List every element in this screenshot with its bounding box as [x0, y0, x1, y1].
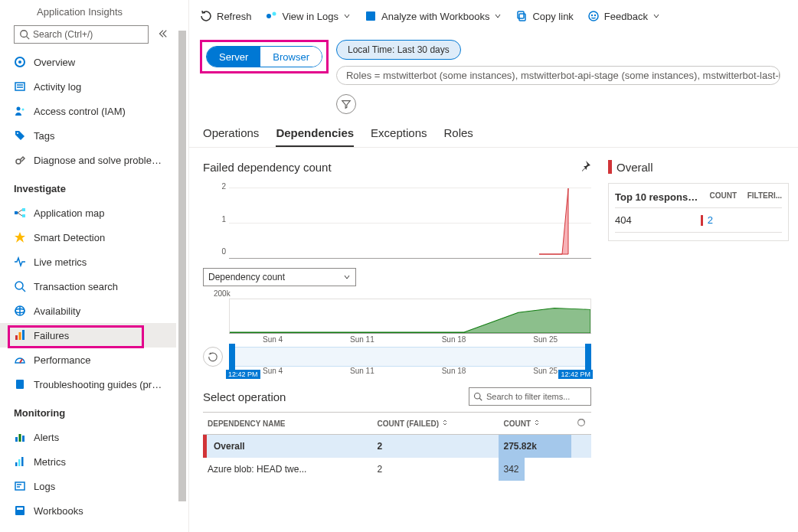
analyze-workbooks-button[interactable]: Analyze with Workbooks [365, 10, 502, 22]
nav-label: Access control (IAM) [34, 106, 126, 117]
svg-line-15 [18, 213, 22, 216]
dependency-count-select[interactable]: Dependency count [203, 268, 356, 286]
svg-point-43 [591, 15, 592, 16]
svg-rect-29 [15, 462, 18, 466]
sidebar-item-smart-detection[interactable]: Smart Detection [0, 225, 176, 250]
tags-icon [14, 129, 26, 142]
sidebar-item-diagnose-and-solve-problems[interactable]: Diagnose and solve problems [0, 148, 176, 172]
alerts-icon [14, 431, 26, 443]
pin-chart-button[interactable] [579, 160, 591, 175]
card-filter-header: FILTERI... [747, 191, 782, 203]
sidebar-item-metrics[interactable]: Metrics [0, 449, 176, 474]
sidebar-item-workbooks[interactable]: Workbooks [0, 498, 176, 523]
sidebar-item-performance[interactable]: Performance [0, 348, 176, 372]
nav-label: Transaction search [34, 281, 118, 292]
failed-dependency-chart[interactable]: 210 [203, 182, 591, 266]
table-row[interactable]: Overall2275.82k [203, 435, 591, 459]
search-placeholder: Search (Ctrl+/) [33, 29, 93, 40]
brush-handle-right[interactable] [585, 344, 591, 370]
nav-label: Smart Detection [34, 232, 105, 243]
sidebar: Application Insights Search (Ctrl+/) Ove… [0, 0, 176, 532]
sidebar-item-troubleshooting-guides-previ-[interactable]: Troubleshooting guides (previ... [0, 372, 176, 397]
sidebar-scrollbar[interactable] [176, 0, 188, 532]
operation-filter-input[interactable]: Search to filter items... [469, 387, 591, 406]
card-title: Top 10 response ... [615, 191, 699, 203]
view-in-logs-label: View in Logs [283, 11, 338, 22]
sidebar-item-live-metrics[interactable]: Live metrics [0, 250, 176, 274]
response-code-row[interactable]: 4042 [615, 208, 782, 233]
sidebar-item-application-map[interactable]: Application map [0, 201, 176, 225]
tab-exceptions[interactable]: Exceptions [371, 126, 427, 147]
tab-roles[interactable]: Roles [443, 126, 473, 147]
tab-operations[interactable]: Operations [203, 126, 259, 147]
svg-marker-46 [539, 188, 568, 254]
nav-label: Workbooks [34, 505, 83, 517]
chart-spike [539, 188, 570, 256]
nav-label: Troubleshooting guides (previ... [34, 379, 162, 390]
collapse-sidebar-button[interactable] [155, 28, 170, 41]
svg-line-14 [18, 210, 22, 213]
feedback-button[interactable]: Feedback [587, 10, 660, 22]
access-control-iam--icon [14, 105, 26, 117]
overall-heading: Overall [616, 161, 653, 174]
refresh-label: Refresh [217, 11, 252, 22]
svg-point-44 [594, 15, 595, 16]
sidebar-item-availability[interactable]: Availability [0, 299, 176, 323]
svg-rect-25 [16, 380, 24, 389]
roles-filter[interactable]: Roles = mstwitterbot (some instances), m… [336, 66, 780, 85]
svg-line-1 [27, 37, 30, 40]
sidebar-item-alerts[interactable]: Alerts [0, 425, 176, 449]
dependency-count-chart[interactable]: 200k [203, 288, 591, 334]
nav-label: Availability [34, 305, 80, 317]
svg-line-49 [479, 398, 482, 400]
svg-line-17 [22, 289, 25, 292]
brush-reset-button[interactable] [203, 347, 223, 367]
details-pane: Overall Top 10 response ... COUNT FILTER… [599, 148, 798, 532]
sidebar-item-logs[interactable]: Logs [0, 474, 176, 498]
refresh-button[interactable]: Refresh [200, 10, 252, 22]
table-row[interactable]: Azure blob: HEAD twe...2342 [203, 458, 591, 481]
product-name: Application Insights [0, 6, 176, 25]
troubleshooting-guides-previ--icon [14, 378, 26, 390]
application-map-icon [14, 207, 26, 219]
add-filter-button[interactable] [336, 94, 356, 114]
svg-rect-11 [15, 211, 18, 214]
tab-dependencies[interactable]: Dependencies [276, 126, 354, 147]
nav-label: Tags [34, 130, 54, 142]
sidebar-item-access-control-iam-[interactable]: Access control (IAM) [0, 99, 176, 123]
svg-point-7 [17, 107, 21, 111]
th-refresh[interactable] [571, 413, 591, 435]
nav-heading-investigate: Investigate [0, 177, 176, 201]
transaction-search-icon [14, 280, 26, 292]
th-count[interactable]: COUNT [499, 413, 571, 435]
analyze-label: Analyze with Workbooks [381, 11, 489, 22]
nav-label: Activity log [34, 81, 81, 93]
nav-label: Diagnose and solve problems [34, 155, 162, 166]
sidebar-item-overview[interactable]: Overview [0, 50, 176, 74]
copy-link-button[interactable]: Copy link [515, 10, 573, 22]
sidebar-item-transaction-search[interactable]: Transaction search [0, 274, 176, 299]
sidebar-item-tags[interactable]: Tags [0, 123, 176, 148]
svg-rect-31 [21, 457, 24, 466]
sidebar-search[interactable]: Search (Ctrl+/) [14, 25, 149, 44]
search-icon [473, 392, 482, 401]
nav-label: Alerts [34, 432, 59, 443]
th-dependency-name[interactable]: DEPENDENCY NAME [203, 413, 372, 435]
brush-handle-left[interactable] [229, 344, 235, 370]
nav-label: Overview [34, 57, 75, 68]
highlight-box-failures [8, 325, 144, 348]
metrics-icon [14, 455, 26, 468]
time-range-pill[interactable]: Local Time: Last 30 days [336, 40, 461, 60]
nav-label: Logs [34, 481, 55, 492]
command-bar: Refresh View in Logs Analyze with Workbo… [189, 0, 798, 32]
activity-log-icon [14, 80, 26, 93]
logs-icon [14, 480, 26, 492]
view-in-logs-button[interactable]: View in Logs [266, 10, 351, 22]
svg-rect-36 [17, 508, 23, 510]
search-icon [19, 29, 30, 40]
sidebar-item-activity-log[interactable]: Activity log [0, 74, 176, 99]
th-count-failed[interactable]: COUNT (FAILED) [372, 413, 499, 435]
svg-point-37 [267, 14, 271, 18]
svg-marker-45 [342, 101, 351, 109]
svg-rect-39 [366, 11, 375, 21]
